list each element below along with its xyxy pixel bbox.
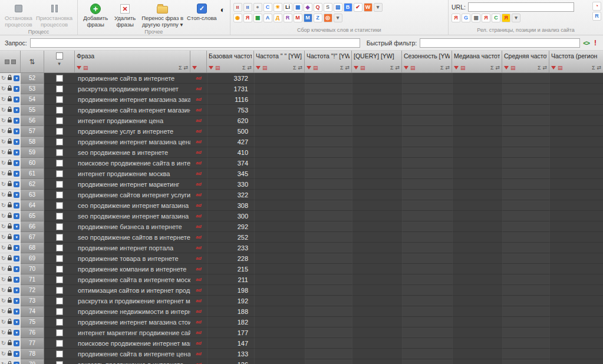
refresh-icon[interactable]: ↻ [1,298,6,304]
rambler-icon[interactable]: R [284,14,292,22]
quick-filter-input[interactable] [420,38,580,48]
direct-icon[interactable]: ▾ [14,213,19,219]
ads-indicator-icon[interactable]: ad [196,245,201,250]
phrase-cell[interactable]: интернет продвижение цена [75,115,190,126]
lock-icon[interactable] [8,88,12,91]
lock-icon[interactable] [8,130,12,133]
column-header-average[interactable]: Средняя частота ▤ Σ ⇄ [502,51,549,72]
column-header-ads[interactable] [190,51,207,72]
ads-indicator-icon[interactable]: ad [196,160,201,166]
ads-indicator-icon[interactable]: ad [196,340,201,346]
lock-icon[interactable] [8,321,12,324]
row-checkbox[interactable] [56,319,63,326]
orange-target-icon[interactable]: ◉ [233,14,242,22]
column-header-median[interactable]: Медиана частот ▤ Σ ⇄ [452,51,502,72]
ads-indicator-icon[interactable]: ad [196,181,201,187]
row-checkbox[interactable] [56,255,63,262]
chevron-down-icon[interactable]: ▾ [374,3,383,12]
phrase-cell[interactable]: продвижение услуг в интернете [75,126,190,137]
webmaster-icon[interactable]: W [364,3,373,12]
phrase-cell[interactable]: seo продвижение в интернете [75,147,190,158]
url-input[interactable] [468,2,574,12]
direct-icon[interactable]: ▾ [14,139,19,145]
refresh-icon[interactable]: ↻ [1,245,6,251]
phrase-cell[interactable]: заказать продвижение в интернете [75,359,190,364]
filter-icon[interactable] [307,66,311,70]
swap-icon[interactable]: ⇄ [345,65,350,71]
lock-icon[interactable] [8,98,12,101]
row-checkbox[interactable] [56,170,63,177]
direct-icon[interactable]: ▾ [14,118,19,124]
yandex-metrika-icon[interactable]: Я [502,14,510,22]
yandex-icon[interactable]: Я [482,14,490,22]
swap-icon[interactable]: ⇄ [542,65,547,71]
mail-icon[interactable]: M [294,14,302,22]
chevron-down-icon[interactable]: ▾ [58,61,61,67]
ads-indicator-icon[interactable]: ad [196,75,201,81]
ads-indicator-icon[interactable]: ad [196,362,201,364]
r-icon[interactable]: R [592,12,601,21]
google-icon[interactable]: C [263,3,272,12]
ads-indicator-icon[interactable]: ad [196,319,201,325]
filter-icon[interactable] [504,66,509,70]
ads-indicator-icon[interactable]: ad [196,139,201,144]
phrase-cell[interactable]: seo продвижение сайтов в интернете [75,232,190,243]
phrase-cell[interactable]: продвижение сайта в интернете москва [75,274,190,285]
target-icon[interactable]: ◎ [324,14,332,22]
row-checkbox[interactable] [56,181,63,188]
refresh-icon[interactable]: ↻ [1,330,6,336]
ads-indicator-icon[interactable]: ad [196,224,201,229]
grid-icon[interactable]: ▤ [460,65,466,71]
lock-icon[interactable] [8,268,12,271]
grid-icon[interactable]: ▤ [313,65,318,71]
sum-icon[interactable]: Σ [440,65,444,71]
row-checkbox[interactable] [56,107,63,114]
lock-icon[interactable] [8,194,12,197]
ads-indicator-icon[interactable]: ad [196,330,201,335]
refresh-icon[interactable]: ↻ [1,362,6,364]
filter-icon[interactable] [192,66,197,70]
direct-icon[interactable]: Д [274,14,282,22]
grid-icon[interactable]: ▦ [472,14,480,22]
direct-icon[interactable]: ▾ [14,86,19,92]
query-icon[interactable]: Q [314,3,322,12]
ads-indicator-icon[interactable]: ad [196,118,201,123]
refresh-icon[interactable]: ↻ [1,107,6,113]
direct-icon[interactable]: ▾ [14,171,19,177]
row-checkbox[interactable] [56,96,63,103]
phrase-cell[interactable]: продвижение товара в интернете [75,253,190,264]
swap-icon[interactable]: ⇄ [597,65,601,71]
metrika-icon[interactable]: M [304,14,312,22]
direct-icon[interactable]: ▾ [14,150,19,155]
row-checkbox[interactable] [56,202,63,209]
refresh-icon[interactable]: ↻ [1,266,6,272]
sum-icon[interactable]: Σ [538,65,541,71]
grid-icon[interactable]: ▤ [215,65,220,71]
query-input[interactable] [30,38,360,48]
lock-icon[interactable] [8,342,12,345]
row-checkbox[interactable] [56,287,63,294]
row-checkbox[interactable] [56,308,63,315]
row-checkbox[interactable] [56,191,63,198]
row-checkbox[interactable] [56,244,63,252]
phrase-cell[interactable]: интернет продвижение москва [75,168,190,179]
grid-icon[interactable]: ▤ [262,65,268,71]
bing-icon[interactable]: B [344,3,352,12]
add-phrases-button[interactable]: + Добавить фразы [81,1,110,29]
diamond-icon[interactable]: ◆ [304,3,312,12]
lock-icon[interactable] [8,173,12,176]
alert-icon[interactable]: ! [592,39,598,47]
ads-indicator-icon[interactable]: ad [196,266,201,272]
lock-icon[interactable] [8,332,12,335]
sum-icon[interactable]: Σ [179,65,182,71]
yandex-icon[interactable]: Я [452,14,460,22]
yandex-icon[interactable]: Я [243,14,252,22]
lock-icon[interactable] [8,162,12,165]
lock-icon[interactable] [8,226,12,229]
row-checkbox[interactable] [56,276,63,283]
direct-icon[interactable]: ▾ [14,203,19,209]
phrase-cell[interactable]: продвижение сайта в интернете цена [75,349,190,359]
phrase-cell[interactable]: seo продвижение интернет магазина [75,211,190,221]
direct-icon[interactable]: ▾ [14,340,19,346]
phrase-cell[interactable]: продвижение сайта интернет магазина [75,105,190,115]
